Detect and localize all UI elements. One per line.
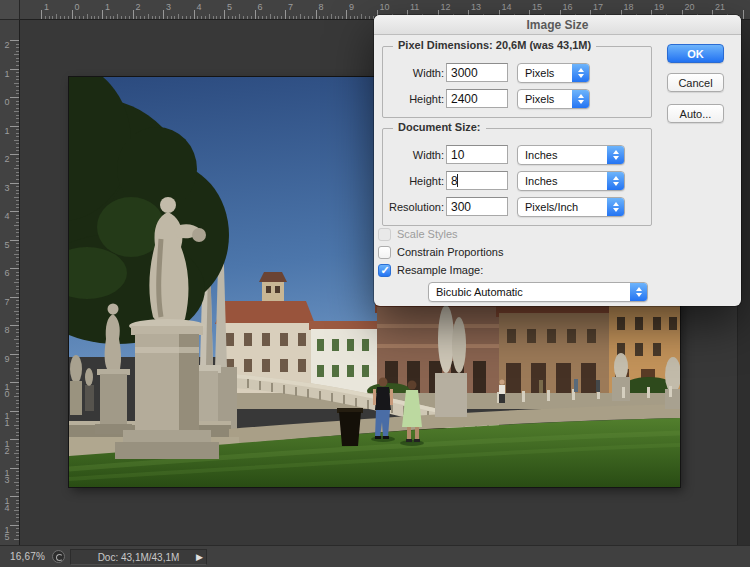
stepper-icon [607, 172, 624, 190]
px-height-input[interactable] [446, 89, 508, 108]
stepper-icon [630, 283, 647, 301]
doc-info-text: Doc: 43,1M/43,1M [98, 552, 180, 563]
document-size-group: Document Size: Width: Inches Height: Inc… [382, 128, 652, 226]
pixel-dimensions-legend: Pixel Dimensions: 20,6M (was 43,1M) [393, 39, 596, 51]
status-circle-icon [52, 550, 65, 563]
zoom-level-field[interactable]: 16,67% [10, 551, 45, 562]
px-width-input[interactable] [446, 63, 508, 82]
ruler-corner [0, 0, 20, 20]
constrain-proportions-label: Constrain Proportions [397, 246, 503, 258]
dialog-titlebar[interactable]: Image Size [374, 15, 741, 35]
document-size-legend: Document Size: [393, 121, 486, 133]
flyout-arrow-icon[interactable]: ▶ [196, 552, 203, 562]
doc-width-unit-select[interactable]: Inches [517, 145, 625, 165]
px-height-label: Height: [386, 93, 444, 105]
status-bar: 16,67% Doc: 43,1M/43,1M ▶ [0, 545, 750, 567]
doc-height-input[interactable] [446, 171, 508, 190]
doc-height-unit-select[interactable]: Inches [517, 171, 625, 191]
px-width-unit-select[interactable]: Pixels [517, 63, 590, 83]
stepper-icon [572, 90, 589, 108]
resample-method-select[interactable]: Bicubic Automatic [428, 282, 648, 302]
scale-styles-label: Scale Styles [397, 228, 458, 240]
ok-button[interactable]: OK [667, 44, 724, 63]
photoshop-window: 10123456789101112131415161718192021 2101… [0, 0, 750, 567]
stepper-icon [607, 146, 624, 164]
text-caret [457, 174, 458, 187]
constrain-proportions-row: Constrain Proportions [378, 244, 503, 260]
constrain-proportions-checkbox[interactable] [378, 246, 391, 259]
scale-styles-checkbox[interactable] [378, 228, 391, 241]
stepper-icon [607, 198, 624, 216]
px-width-label: Width: [386, 67, 444, 79]
cancel-button[interactable]: Cancel [667, 73, 724, 92]
resample-image-row: Resample Image: [378, 262, 483, 278]
doc-height-label: Height: [386, 175, 444, 187]
doc-width-label: Width: [386, 149, 444, 161]
resample-image-label: Resample Image: [397, 264, 483, 276]
px-height-unit-select[interactable]: Pixels [517, 89, 590, 109]
ruler-left: 210123456789101112131415 [0, 20, 20, 545]
pixel-dimensions-group: Pixel Dimensions: 20,6M (was 43,1M) Widt… [382, 46, 652, 118]
scale-styles-row: Scale Styles [378, 226, 458, 242]
resample-image-checkbox[interactable] [378, 264, 391, 277]
stepper-icon [572, 64, 589, 82]
distant-statues [70, 355, 94, 415]
doc-width-input[interactable] [446, 145, 508, 164]
resolution-input[interactable] [446, 197, 508, 216]
resolution-label: Resolution: [386, 201, 444, 213]
resolution-unit-select[interactable]: Pixels/Inch [517, 197, 625, 217]
image-size-dialog: Image Size Pixel Dimensions: 20,6M (was … [374, 15, 741, 306]
doc-info-field[interactable]: Doc: 43,1M/43,1M ▶ [70, 549, 207, 565]
auto-button[interactable]: Auto... [667, 104, 724, 123]
